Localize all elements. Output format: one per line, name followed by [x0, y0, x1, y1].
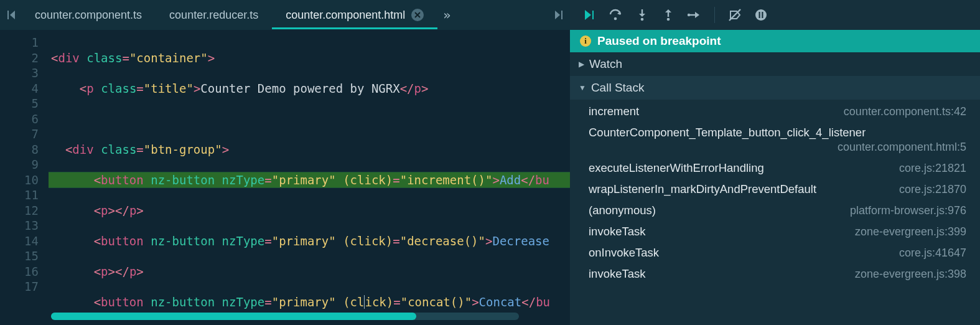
tab-label: counter.reducer.ts: [169, 9, 258, 22]
tab-counter-component-ts[interactable]: counter.component.ts: [21, 1, 156, 29]
deactivate-breakpoints-button[interactable]: [726, 6, 744, 24]
stack-loc: zone-evergreen.js:398: [855, 268, 966, 281]
resume-button[interactable]: [581, 6, 599, 24]
watch-label: Watch: [589, 57, 622, 71]
svg-point-9: [688, 14, 690, 16]
tab-bar: counter.component.ts counter.reducer.ts …: [0, 0, 570, 30]
stack-loc: core.js:21870: [899, 183, 966, 196]
tab-counter-component-html[interactable]: counter.component.html: [272, 1, 437, 29]
tab-label: counter.component.ts: [35, 9, 142, 22]
tab-close-button[interactable]: [411, 9, 424, 21]
tab-label: counter.component.html: [286, 9, 405, 22]
callstack-row[interactable]: wrapListenerIn_markDirtyAndPreventDefaul…: [570, 179, 980, 200]
callstack-row[interactable]: executeListenerWithErrorHandling core.js…: [570, 158, 980, 179]
callstack-row[interactable]: invokeTask zone-evergreen.js:398: [570, 263, 980, 285]
stack-loc: core.js:21821: [899, 162, 966, 175]
callstack-row[interactable]: invokeTask zone-evergreen.js:399: [570, 221, 980, 242]
svg-point-3: [614, 17, 617, 21]
step-button[interactable]: [686, 6, 703, 24]
stack-fn: increment: [589, 105, 639, 118]
tab-counter-reducer-ts[interactable]: counter.reducer.ts: [156, 1, 272, 29]
stack-fn: invokeTask: [589, 225, 646, 238]
horizontal-scrollbar-thumb[interactable]: [51, 313, 416, 320]
callstack-row[interactable]: CounterComponent_Template_button_click_4…: [570, 122, 980, 158]
watch-section-header[interactable]: ▶ Watch: [570, 52, 980, 76]
code-content: <div class="container"> <p class="title"…: [49, 35, 570, 310]
callstack-row[interactable]: increment counter.component.ts:42: [570, 101, 980, 122]
stack-fn: CounterComponent_Template_button_click_4…: [589, 126, 866, 139]
callstack-section-header[interactable]: ▼ Call Stack: [570, 76, 980, 100]
chevron-down-icon: ▼: [579, 83, 586, 92]
step-into-button[interactable]: [633, 6, 651, 24]
svg-rect-0: [7, 11, 9, 19]
step-over-button[interactable]: [607, 6, 625, 24]
svg-rect-13: [762, 12, 763, 18]
svg-point-11: [755, 9, 767, 21]
svg-rect-2: [592, 11, 594, 19]
tab-nav-next-button[interactable]: [549, 6, 567, 24]
step-out-button[interactable]: [660, 6, 677, 24]
pause-banner-text: Paused on breakpoint: [597, 34, 721, 48]
stack-fn: executeListenerWithErrorHandling: [589, 161, 764, 175]
stack-fn: onInvokeTask: [589, 246, 659, 260]
pause-on-exceptions-button[interactable]: [752, 6, 770, 24]
toolbar-separator: [714, 7, 715, 23]
stack-loc: counter.component.ts:42: [844, 105, 966, 118]
stack-fn: wrapListenerIn_markDirtyAndPreventDefaul…: [589, 182, 816, 196]
code-editor[interactable]: 1234567891011121314151617 <div class="co…: [0, 30, 570, 310]
stack-loc: counter.component.html:5: [838, 141, 966, 154]
callstack-row[interactable]: (anonymous) platform-browser.js:976: [570, 200, 980, 221]
tab-nav-prev-button[interactable]: [2, 6, 21, 24]
debug-toolbar: [570, 0, 980, 30]
line-number-gutter: 1234567891011121314151617: [0, 35, 49, 310]
svg-point-7: [667, 18, 670, 21]
pause-banner: i Paused on breakpoint: [570, 30, 980, 52]
info-icon: i: [580, 35, 591, 47]
callstack-label: Call Stack: [591, 81, 645, 95]
svg-rect-1: [561, 11, 562, 19]
stack-loc: core.js:41647: [899, 247, 966, 260]
stack-fn: (anonymous): [589, 204, 656, 217]
editor-pane: counter.component.ts counter.reducer.ts …: [0, 0, 570, 325]
svg-point-5: [641, 18, 644, 21]
tab-overflow-button[interactable]: »: [437, 6, 456, 24]
callstack-list: increment counter.component.ts:42 Counte…: [570, 100, 980, 286]
stack-loc: zone-evergreen.js:399: [855, 225, 966, 238]
stack-loc: platform-browser.js:976: [850, 204, 966, 217]
svg-rect-12: [759, 12, 760, 18]
callstack-row[interactable]: onInvokeTask core.js:41647: [570, 242, 980, 263]
chevron-right-icon: ▶: [579, 60, 584, 68]
debugger-pane: i Paused on breakpoint ▶ Watch ▼ Call St…: [570, 0, 980, 325]
horizontal-scrollbar[interactable]: [51, 313, 519, 320]
stack-fn: invokeTask: [589, 267, 646, 281]
